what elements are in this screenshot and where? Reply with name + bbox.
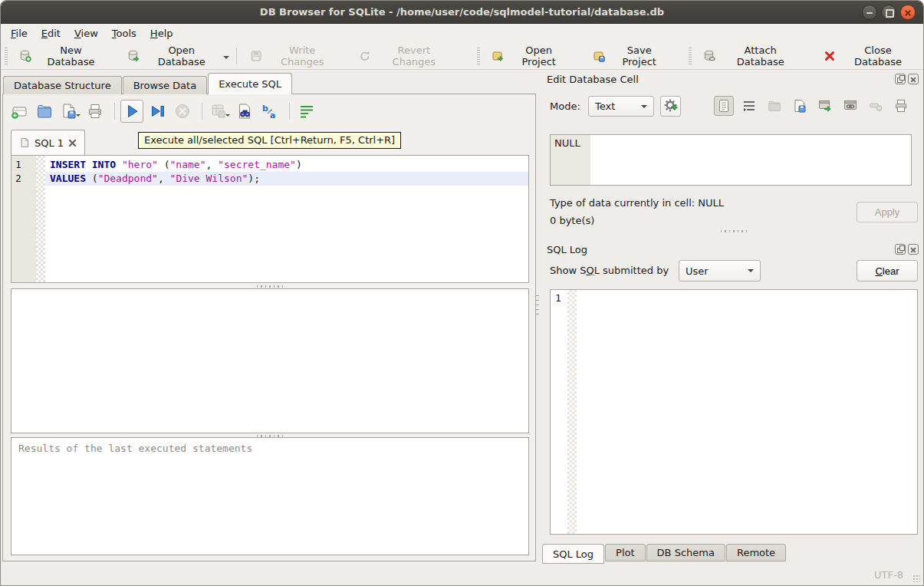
sql-file-tabbar: SQL 1 bbox=[11, 130, 85, 155]
clear-cell-icon bbox=[868, 98, 883, 114]
code-text: INSERT INTO "hero" ("name", "secret_name… bbox=[45, 158, 528, 172]
cell-type-text: Type of data currently in cell: NULL bbox=[550, 197, 724, 209]
word-wrap-cell-button[interactable] bbox=[739, 96, 759, 116]
editor-line[interactable]: 1INSERT INTO "hero" ("name", "secret_nam… bbox=[12, 158, 528, 172]
save-sql-file-button[interactable] bbox=[58, 100, 81, 123]
cell-size-text: 0 byte(s) bbox=[550, 215, 594, 226]
tab-browse-data[interactable]: Browse Data bbox=[123, 76, 208, 94]
main-toolbar: New Database Open Database Write Changes… bbox=[1, 42, 923, 70]
resize-grip[interactable] bbox=[912, 574, 920, 582]
edit-cell-dock-title: Edit Database Cell bbox=[547, 74, 893, 85]
cell-value-editor[interactable]: NULL bbox=[550, 134, 912, 186]
word-wrap-icon bbox=[742, 98, 757, 114]
close-tab-icon[interactable] bbox=[68, 139, 77, 147]
log-line-number: 1 bbox=[555, 292, 561, 304]
dock-tab-plot[interactable]: Plot bbox=[605, 544, 646, 561]
sql-log-view[interactable]: 1 bbox=[550, 289, 918, 535]
open-database-dropdown-caret[interactable] bbox=[223, 56, 229, 62]
sql-toolbar-separator bbox=[202, 103, 202, 120]
new-database-button[interactable]: New Database bbox=[12, 41, 113, 71]
dock-splitter[interactable] bbox=[550, 229, 918, 233]
revert-changes-button: Revert Changes bbox=[351, 41, 460, 71]
auto-apply-button[interactable] bbox=[660, 96, 681, 117]
project-save-icon bbox=[593, 50, 605, 62]
open-project-button[interactable]: Open Project bbox=[484, 41, 577, 71]
save-results-button bbox=[208, 100, 231, 123]
export-cell-button[interactable] bbox=[815, 96, 835, 116]
print-icon bbox=[86, 102, 104, 120]
sql-tab-label: SQL 1 bbox=[35, 137, 64, 149]
menu-help[interactable]: Help bbox=[143, 26, 180, 41]
attach-database-button[interactable]: Attach Database bbox=[695, 41, 808, 71]
toolbar-separator bbox=[236, 48, 237, 64]
text-mode-button[interactable] bbox=[714, 96, 734, 116]
apply-button: Apply bbox=[857, 202, 918, 222]
mode-select[interactable]: Text bbox=[588, 96, 654, 117]
dock-tab-sql-log[interactable]: SQL Log bbox=[542, 544, 604, 564]
maximize-button[interactable] bbox=[881, 5, 896, 20]
menu-view[interactable]: View bbox=[67, 26, 105, 41]
dock-tab-db-schema[interactable]: DB Schema bbox=[646, 544, 725, 561]
execute-line-button[interactable] bbox=[146, 100, 169, 123]
new-sql-tab-icon bbox=[10, 102, 28, 120]
sql-log-dock-header: SQL Log bbox=[547, 242, 919, 257]
results-grid-panel[interactable] bbox=[11, 288, 529, 433]
float-dock-icon[interactable] bbox=[895, 74, 906, 84]
minimize-button[interactable] bbox=[862, 5, 877, 20]
float-dock-icon[interactable] bbox=[895, 244, 906, 255]
find-replace-button[interactable] bbox=[233, 100, 256, 123]
cell-editor-toolbar bbox=[714, 96, 911, 116]
close-dock-icon[interactable] bbox=[908, 74, 919, 84]
log-filter-select[interactable]: User bbox=[679, 260, 761, 281]
word-wrap-button[interactable] bbox=[295, 100, 318, 123]
toolbar-grip[interactable] bbox=[477, 48, 480, 64]
svg-text:b: b bbox=[262, 104, 268, 114]
save-project-button[interactable]: Save Project bbox=[585, 41, 677, 71]
toolbar-grip[interactable] bbox=[689, 48, 692, 64]
menu-file[interactable]: File bbox=[4, 26, 35, 41]
sql-toolbar-separator bbox=[289, 103, 290, 120]
titlebar[interactable]: DB Browser for SQLite - /home/user/code/… bbox=[1, 1, 923, 24]
gear-refresh-icon bbox=[663, 98, 678, 113]
print-cell-icon bbox=[893, 98, 909, 114]
app-window: DB Browser for SQLite - /home/user/code/… bbox=[0, 0, 924, 586]
edit-cell-dock-header: Edit Database Cell bbox=[547, 71, 919, 87]
sql-file-tab[interactable]: SQL 1 bbox=[11, 130, 85, 155]
sql-document-icon bbox=[19, 137, 30, 148]
sql-editor[interactable]: 1INSERT INTO "hero" ("name", "secret_nam… bbox=[11, 155, 529, 283]
save-results-icon bbox=[209, 102, 228, 120]
close-database-button[interactable]: Close Database bbox=[816, 41, 923, 71]
clear-cell-button bbox=[866, 96, 886, 116]
menubar: File Edit View Tools Help bbox=[1, 24, 923, 42]
menu-edit[interactable]: Edit bbox=[35, 26, 67, 41]
database-attach-icon bbox=[703, 50, 715, 62]
open-sql-file-icon bbox=[35, 102, 54, 120]
tab-database-structure[interactable]: Database Structure bbox=[3, 76, 122, 94]
stop-execution-button bbox=[171, 100, 194, 123]
results-message-panel[interactable]: Results of the last executed statements bbox=[11, 437, 529, 555]
print-sql-button[interactable] bbox=[84, 100, 107, 123]
execute-all-button[interactable] bbox=[120, 100, 143, 123]
save-sql-dropdown-caret[interactable] bbox=[76, 114, 81, 119]
clear-log-button[interactable]: Clear bbox=[857, 260, 918, 281]
text-mode-icon bbox=[716, 98, 732, 114]
export-cell-icon bbox=[817, 98, 833, 114]
menu-tools[interactable]: Tools bbox=[105, 26, 143, 41]
format-sql-button[interactable]: ba bbox=[258, 100, 281, 123]
new-sql-tab-button[interactable] bbox=[8, 100, 31, 123]
editor-line[interactable]: 2VALUES ("Deadpond", "Dive Wilson"); bbox=[12, 172, 528, 186]
open-sql-file-button[interactable] bbox=[33, 100, 56, 123]
save-cell-button[interactable] bbox=[790, 96, 810, 116]
execute-tooltip: Execute all/selected SQL [Ctrl+Return, F… bbox=[138, 132, 401, 149]
write-changes-button: Write Changes bbox=[242, 41, 345, 71]
print-cell-button[interactable] bbox=[891, 96, 911, 116]
log-filter-value: User bbox=[686, 265, 709, 277]
dock-tab-remote[interactable]: Remote bbox=[726, 544, 786, 561]
open-external-button[interactable] bbox=[840, 96, 860, 116]
toolbar-grip[interactable] bbox=[5, 48, 8, 64]
close-window-button[interactable] bbox=[900, 5, 916, 20]
tab-execute-sql[interactable]: Execute SQL bbox=[208, 73, 292, 94]
open-external-icon bbox=[843, 98, 858, 114]
close-dock-icon[interactable] bbox=[908, 244, 919, 255]
open-database-button[interactable]: Open Database bbox=[120, 41, 226, 71]
